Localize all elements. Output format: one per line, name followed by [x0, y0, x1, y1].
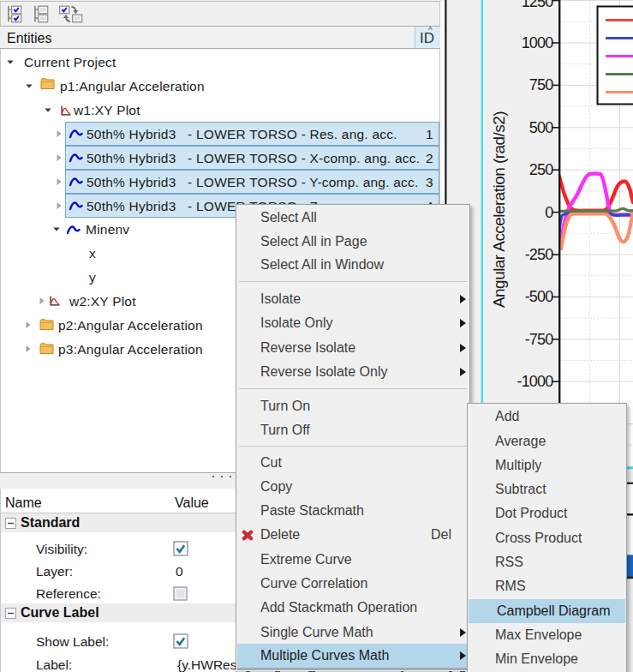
- svg-text:-500: -500: [525, 288, 554, 305]
- svg-text:750: 750: [529, 76, 553, 93]
- svg-text:1000: 1000: [522, 34, 554, 51]
- svg-text:250: 250: [529, 161, 553, 178]
- svg-text:0: 0: [545, 204, 553, 221]
- svg-text:-250: -250: [525, 246, 554, 263]
- svg-text:500: 500: [529, 119, 553, 136]
- svg-text:-1000: -1000: [517, 373, 553, 390]
- svg-text:-750: -750: [525, 331, 554, 348]
- svg-text:1250: 1250: [522, 0, 554, 10]
